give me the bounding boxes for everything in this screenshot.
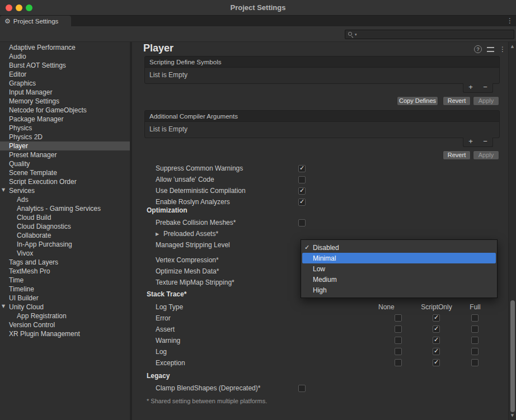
checkbox-scriptonly[interactable] xyxy=(433,359,440,366)
sidebar-item[interactable]: Timeline xyxy=(0,285,130,294)
checkbox-scriptonly[interactable] xyxy=(433,314,440,322)
sidebar-item[interactable]: Version Control xyxy=(0,320,130,329)
sidebar-item[interactable]: TextMesh Pro xyxy=(0,267,130,276)
stacktrace-row: Exception xyxy=(156,357,503,369)
copy-defines-button[interactable]: Copy Defines xyxy=(397,96,438,106)
sidebar-item[interactable]: Physics xyxy=(0,124,130,133)
sidebar-item[interactable]: Quality xyxy=(0,159,130,168)
scrollbar-thumb[interactable] xyxy=(510,300,515,412)
sidebar-item[interactable]: Graphics xyxy=(0,79,130,88)
sidebar-item-label: Unity Cloud xyxy=(9,303,44,311)
foldout-icon[interactable]: ▼ xyxy=(2,188,5,192)
checkbox-full[interactable] xyxy=(471,359,479,366)
sidebar-item[interactable]: ▼ Services xyxy=(0,186,130,195)
tab-strip: ⚙ Project Settings ⋮ xyxy=(0,16,516,26)
sidebar-item[interactable]: UI Builder xyxy=(0,294,130,303)
sidebar-item[interactable]: Burst AOT Settings xyxy=(0,61,130,70)
checkbox-none[interactable] xyxy=(395,359,402,366)
checkbox[interactable] xyxy=(298,385,306,392)
sidebar-item[interactable]: XR Plugin Management xyxy=(0,329,130,338)
dropdown-item[interactable]: ✓ Disabled xyxy=(301,242,497,253)
add-button[interactable]: + xyxy=(463,138,478,147)
revert-button[interactable]: Revert xyxy=(443,96,471,106)
sidebar-item[interactable]: Tags and Layers xyxy=(0,258,130,267)
sidebar-item[interactable]: Physics 2D xyxy=(0,133,130,141)
dropdown-item-label: Disabled xyxy=(313,244,339,252)
project-settings-window: Project Settings ⚙ Project Settings ⋮ ▾ … xyxy=(0,0,516,420)
checkbox-scriptonly[interactable] xyxy=(433,348,440,355)
checkbox-scriptonly[interactable] xyxy=(433,337,440,344)
add-button[interactable]: + xyxy=(463,83,478,92)
property-row: Enable Roslyn Analyzers xyxy=(156,196,491,207)
revert-button[interactable]: Revert xyxy=(443,150,471,160)
scroll-up-icon[interactable]: ▲ xyxy=(509,44,516,49)
tab-project-settings[interactable]: ⚙ Project Settings xyxy=(0,16,71,26)
column-header-scriptonly: ScriptOnly xyxy=(419,303,454,311)
sidebar-item[interactable]: Collaborate xyxy=(0,231,130,240)
sidebar-item-label: Quality xyxy=(9,160,30,168)
search-box[interactable]: ▾ xyxy=(345,30,514,39)
presets-icon[interactable] xyxy=(487,46,494,53)
property-row: Use Deterministic Compilation xyxy=(156,185,491,196)
row-label: Enable Roslyn Analyzers xyxy=(156,198,298,206)
help-icon[interactable]: ? xyxy=(474,45,482,53)
checkbox-full[interactable] xyxy=(471,348,479,355)
foldout-icon[interactable]: ▼ xyxy=(2,304,5,309)
tab-label: Project Settings xyxy=(13,18,59,25)
chevron-down-icon[interactable]: ▾ xyxy=(355,32,357,37)
dropdown-item-label: Medium xyxy=(313,276,337,284)
vertical-scrollbar[interactable]: ▲ ▼ xyxy=(508,42,516,420)
sidebar-item[interactable]: Editor xyxy=(0,70,130,79)
dropdown-item[interactable]: Medium xyxy=(301,274,497,285)
sidebar-item[interactable]: Audio xyxy=(0,52,130,61)
checkbox-none[interactable] xyxy=(395,337,402,344)
sidebar-item[interactable]: Package Manager xyxy=(0,115,130,124)
checkbox-full[interactable] xyxy=(471,337,479,344)
checkbox-none[interactable] xyxy=(395,325,402,333)
remove-button[interactable]: − xyxy=(478,83,492,92)
checkbox[interactable] xyxy=(298,219,306,226)
sidebar-item[interactable]: Preset Manager xyxy=(0,150,130,159)
sidebar-item[interactable]: Cloud Build xyxy=(0,213,130,222)
checkbox-full[interactable] xyxy=(471,314,479,322)
dropdown-item[interactable]: Minimal xyxy=(302,253,496,263)
sidebar-item[interactable]: Analytics - Gaming Services xyxy=(0,204,130,213)
apply-button[interactable]: Apply xyxy=(473,150,499,160)
sidebar-item[interactable]: Scene Template xyxy=(0,168,130,177)
scripting-define-symbols-box: Scripting Define Symbols List is Empty xyxy=(144,56,500,84)
search-input[interactable] xyxy=(359,31,512,38)
dropdown-item[interactable]: Low xyxy=(301,263,497,274)
property-row: Clamp BlendShapes (Deprecated)* xyxy=(156,383,379,394)
checkbox-full[interactable] xyxy=(471,325,479,333)
checkbox-none[interactable] xyxy=(395,314,402,322)
sidebar-item[interactable]: Ads xyxy=(0,195,130,204)
sidebar-item[interactable]: Script Execution Order xyxy=(0,177,130,186)
checkbox-none[interactable] xyxy=(395,348,402,355)
sidebar-item[interactable]: Vivox xyxy=(0,249,130,258)
sidebar-item[interactable]: Player xyxy=(0,141,130,150)
sidebar-item[interactable]: Memory Settings xyxy=(0,97,130,106)
sidebar-item[interactable]: In-App Purchasing xyxy=(0,240,130,249)
sidebar-item[interactable]: Adaptive Performance xyxy=(0,43,130,52)
dropdown-item[interactable]: High xyxy=(301,285,497,295)
remove-button[interactable]: − xyxy=(478,138,492,147)
checkbox[interactable] xyxy=(298,199,306,206)
checkbox-scriptonly[interactable] xyxy=(433,325,440,333)
foldout-icon[interactable]: ▶ xyxy=(156,232,163,237)
section-header-optimization: Optimization xyxy=(147,206,187,214)
checkbox[interactable] xyxy=(298,176,306,183)
checkbox[interactable] xyxy=(298,187,306,195)
sidebar-item[interactable]: App Registration xyxy=(0,312,130,320)
sidebar-item[interactable]: Time xyxy=(0,276,130,285)
tab-strip-menu-icon[interactable]: ⋮ xyxy=(506,17,514,25)
sidebar-item[interactable]: Netcode for GameObjects xyxy=(0,106,130,115)
sidebar-item[interactable]: Input Manager xyxy=(0,88,130,97)
checkbox[interactable] xyxy=(298,165,306,172)
sidebar-item[interactable]: ▼ Unity Cloud xyxy=(0,303,130,312)
more-menu-icon[interactable]: ⋮ xyxy=(499,45,506,53)
window-title: Project Settings xyxy=(0,3,516,12)
sidebar-item[interactable]: Cloud Diagnostics xyxy=(0,222,130,231)
sidebar-item-label: Vivox xyxy=(17,249,33,257)
apply-button[interactable]: Apply xyxy=(473,96,499,106)
scroll-down-icon[interactable]: ▼ xyxy=(509,413,516,418)
